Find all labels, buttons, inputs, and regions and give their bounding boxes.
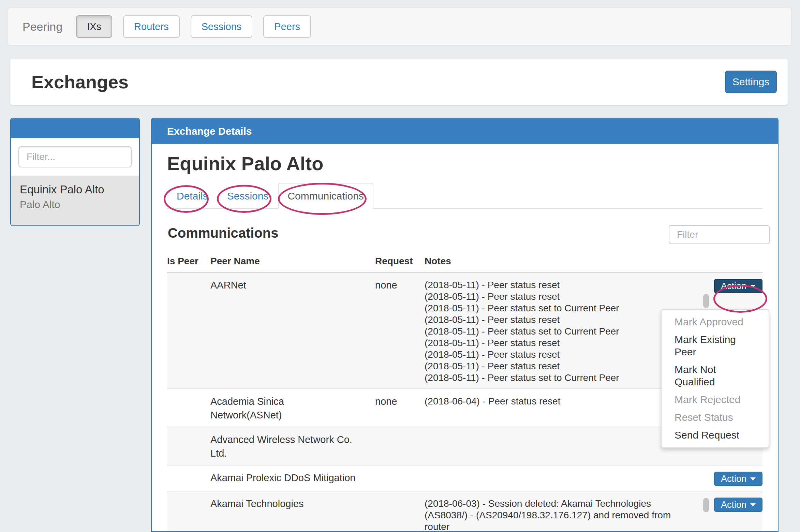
tab-bar: Details Sessions Communications <box>167 183 762 209</box>
exchange-list-panel: Equinix Palo Alto Palo Alto <box>10 118 140 226</box>
request-cell: none <box>375 278 425 384</box>
action-dropdown-button[interactable]: Action <box>714 279 762 293</box>
sidebar-filter-input[interactable] <box>18 146 132 167</box>
column-header-is-peer: Is Peer <box>167 256 210 267</box>
is-peer-cell <box>167 433 210 460</box>
request-cell <box>375 497 425 532</box>
note-line: (2018-05-11) - Peer status reset <box>425 337 696 349</box>
tab-communications[interactable]: Communications <box>278 183 373 209</box>
note-line: (2018-05-11) - Peer status set to Curren… <box>425 326 696 337</box>
peer-name-cell: Advanced Wireless Network Co. Ltd. <box>210 433 375 460</box>
tab-details[interactable]: Details <box>167 183 218 209</box>
request-cell <box>375 433 425 460</box>
exchange-title: Equinix Palo Alto <box>167 154 762 173</box>
note-line: (2018-05-11) - Peer status set to Curren… <box>425 302 696 314</box>
action-cell: Action <box>696 471 762 486</box>
menu-item-send-request[interactable]: Send Request <box>662 426 769 444</box>
action-button-label: Action <box>721 500 746 510</box>
sidebar-item-equinix-palo-alto[interactable]: Equinix Palo Alto Palo Alto <box>11 176 139 226</box>
caret-down-icon <box>750 285 756 288</box>
nav-button-ixs[interactable]: IXs <box>76 15 112 38</box>
menu-item-mark-approved: Mark Approved <box>662 313 769 331</box>
page: { "navbar": { "brand": "Peering", "butto… <box>0 0 800 532</box>
menu-item-mark-existing-peer[interactable]: Mark Existing Peer <box>662 331 769 361</box>
action-button-label: Action <box>721 474 746 484</box>
note-line: (2018-05-11) - Peer status reset <box>425 360 696 372</box>
notes-cell: (2018-06-03) - Session deleted: Akamai T… <box>425 497 696 532</box>
column-header-notes: Notes <box>425 256 696 267</box>
menu-item-mark-not-qualified[interactable]: Mark Not Qualified <box>662 361 769 391</box>
request-cell: none <box>375 395 425 422</box>
note-line: (2018-06-04) - Peer status reset <box>425 396 696 407</box>
note-line: (2018-05-11) - Peer status reset <box>425 349 696 360</box>
caret-down-icon <box>750 503 756 506</box>
exchange-city: Palo Alto <box>20 199 130 210</box>
page-title: Exchanges <box>31 71 129 92</box>
panel-header-title: Exchange Details <box>167 125 252 137</box>
notes-scrollbar-thumb[interactable] <box>703 498 709 512</box>
notes-cell: (2018-06-04) - Peer status reset <box>425 395 696 422</box>
top-navbar: Peering IXs Routers Sessions Peers <box>8 8 792 46</box>
menu-item-mark-rejected: Mark Rejected <box>662 391 769 409</box>
nav-button-routers[interactable]: Routers <box>123 15 180 38</box>
communications-filter-input[interactable] <box>669 225 770 244</box>
action-dropdown-button[interactable]: Action <box>714 472 762 486</box>
column-header-actions <box>696 256 762 267</box>
peer-name-cell: AARNet <box>210 278 375 384</box>
is-peer-cell <box>167 471 210 486</box>
is-peer-cell <box>167 395 210 422</box>
table-header-row: Is Peer Peer Name Request Notes <box>167 256 762 273</box>
notes-cell <box>425 433 696 460</box>
notes-scrollbar-thumb[interactable] <box>703 294 709 308</box>
request-cell <box>375 471 425 486</box>
action-button-label: Action <box>721 281 746 292</box>
brand-peering: Peering <box>23 20 62 33</box>
note-line: (2018-06-03) - Session deleted: Akamai T… <box>425 498 696 532</box>
column-header-peer-name: Peer Name <box>210 256 375 267</box>
peer-name-cell: Akamai Technologies <box>210 497 375 532</box>
nav-button-sessions[interactable]: Sessions <box>191 15 253 38</box>
column-header-request: Request <box>375 256 425 267</box>
action-dropdown-button[interactable]: Action <box>714 498 762 512</box>
nav-button-peers[interactable]: Peers <box>263 15 311 38</box>
settings-button[interactable]: Settings <box>725 71 777 93</box>
action-dropdown-menu: Mark Approved Mark Existing Peer Mark No… <box>661 309 769 448</box>
note-line: (2018-05-11) - Peer status reset <box>425 314 696 326</box>
note-line: (2018-05-11) - Peer status reset <box>425 291 696 302</box>
note-line: (2018-05-11) - Peer status reset <box>425 279 696 291</box>
table-row: Akamai Technologies (2018-06-03) - Sessi… <box>167 491 762 532</box>
table-row: Akamai Prolexic DDoS Mitigation Action <box>167 466 762 491</box>
is-peer-cell <box>167 278 210 384</box>
exchange-name: Equinix Palo Alto <box>20 183 130 196</box>
menu-item-reset-status: Reset Status <box>662 409 769 426</box>
notes-cell: (2018-05-11) - Peer status reset(2018-05… <box>425 278 696 384</box>
peer-name-cell: Akamai Prolexic DDoS Mitigation <box>210 471 375 486</box>
page-header-panel: Exchanges Settings <box>10 59 788 105</box>
is-peer-cell <box>167 497 210 532</box>
tab-sessions[interactable]: Sessions <box>218 183 278 209</box>
note-line: (2018-05-11) - Peer status set to Curren… <box>425 372 696 384</box>
peer-name-cell: Academia Sinica Network(ASNet) <box>210 395 375 422</box>
sidebar-filter-wrap <box>11 138 139 176</box>
exchange-list-panel-header <box>11 118 139 138</box>
notes-cell <box>425 471 696 486</box>
exchange-details-panel-header: Exchange Details <box>152 118 778 144</box>
caret-down-icon <box>750 477 756 481</box>
